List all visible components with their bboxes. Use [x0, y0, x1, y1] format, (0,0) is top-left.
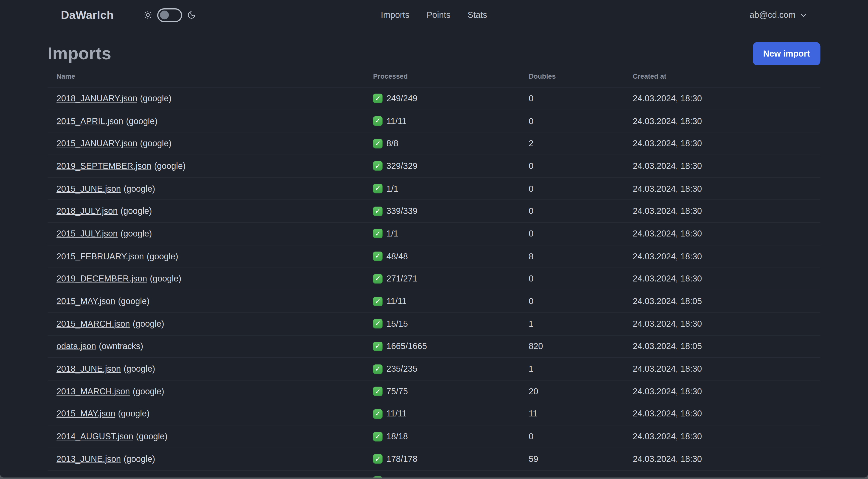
table-row: 2018_JUNE.json(google) ✓ 235/235 1 24.03…: [48, 358, 820, 381]
table-row: 2019_SEPTEMBER.json(google) ✓ 329/329 0 …: [48, 155, 820, 178]
name-cell: 2015_MARCH.json(google): [48, 319, 365, 329]
import-source: (google): [150, 274, 181, 283]
import-source: (google): [133, 387, 164, 396]
user-email: ab@cd.com: [749, 10, 796, 20]
main-content: Imports New import Name Processed Double…: [0, 42, 868, 478]
name-cell: 2015_JULY.json(google): [48, 229, 365, 239]
doubles-count: [520, 471, 624, 476]
doubles-count: 0: [520, 296, 624, 306]
name-cell: 2015_APRIL.json(google): [48, 116, 365, 126]
page-head: Imports New import: [48, 42, 820, 66]
name-cell: 2015_MAY.json(google): [48, 409, 365, 419]
import-file-link[interactable]: 2013_JUNE.json: [57, 454, 121, 463]
page-title: Imports: [48, 44, 112, 64]
import-file-link[interactable]: 2019_DECEMBER.json: [57, 274, 147, 283]
name-cell: 2018_JULY.json(google): [48, 206, 365, 216]
name-cell: 2015_JUNE.json(google): [48, 184, 365, 194]
import-source: (google): [133, 319, 164, 328]
created-at: 24.03.2024, 18:30: [624, 319, 820, 329]
created-at: 24.03.2024, 18:30: [624, 184, 820, 194]
processed-count: 8/8: [386, 139, 398, 149]
theme-toggle[interactable]: [144, 8, 196, 22]
created-at: 24.03.2024, 18:30: [624, 161, 820, 171]
processed-cell: ✓ 8/8: [364, 139, 520, 149]
created-at: 24.03.2024, 18:30: [624, 454, 820, 464]
doubles-count: 0: [520, 274, 624, 284]
processed-count: 11/11: [386, 116, 406, 126]
import-file-link[interactable]: 2019_SEPTEMBER.json: [57, 161, 151, 170]
column-header-doubles: Doubles: [520, 72, 624, 81]
import-file-link[interactable]: 2015_FEBRUARY.json: [57, 251, 144, 261]
table-row: 2014_AUGUST.json(google) ✓ 18/18 0 24.03…: [48, 425, 820, 448]
nav-imports[interactable]: Imports: [381, 10, 409, 20]
import-file-link[interactable]: 2015_JULY.json: [57, 229, 118, 238]
processed-count: 48/48: [386, 251, 408, 261]
table-row: odata.json(owntracks) ✓ 1665/1665 820 24…: [48, 335, 820, 358]
doubles-count: 820: [520, 341, 624, 352]
success-check-icon: ✓: [373, 319, 382, 328]
new-import-button[interactable]: New import: [753, 42, 820, 66]
processed-count: 15/15: [386, 319, 408, 329]
created-at: 24.03.2024, 18:05: [624, 341, 820, 352]
import-file-link[interactable]: 2013_MARCH.json: [57, 387, 130, 396]
import-file-link[interactable]: odata.json: [57, 341, 96, 351]
import-file-link[interactable]: 2015_MAY.json: [57, 409, 115, 418]
doubles-count: 0: [520, 93, 624, 103]
theme-toggle-switch[interactable]: [157, 8, 182, 22]
processed-cell: ✓: [364, 471, 520, 478]
processed-cell: ✓ 75/75: [364, 387, 520, 396]
name-cell: 2013_MARCH.json(google): [48, 387, 365, 396]
import-file-link[interactable]: 2018_JANUARY.json: [57, 93, 137, 103]
processed-count: 1/1: [386, 229, 398, 239]
processed-count: 18/18: [386, 431, 408, 442]
table-row: 2019_DECEMBER.json(google) ✓ 271/271 0 2…: [48, 268, 820, 291]
table-row: 2015_MAY.json(google) ✓ 11/11 0 24.03.20…: [48, 290, 820, 313]
import-file-link[interactable]: 2015_JUNE.json: [57, 184, 121, 193]
success-check-icon: ✓: [373, 94, 382, 103]
processed-cell: ✓ 11/11: [364, 116, 520, 126]
import-source: (owntracks): [99, 341, 143, 351]
processed-count: 339/339: [386, 206, 417, 216]
doubles-count: 1: [520, 364, 624, 374]
success-check-icon: ✓: [373, 139, 382, 148]
processed-count: 271/271: [386, 274, 417, 284]
processed-count: 1/1: [386, 184, 398, 194]
success-check-icon: ✓: [373, 274, 382, 283]
import-source: (google): [124, 364, 155, 373]
import-file-link[interactable]: 2018_JULY.json: [57, 206, 118, 216]
toggle-knob: [160, 10, 169, 19]
table-row: 2015_JULY.json(google) ✓ 1/1 0 24.03.202…: [48, 223, 820, 245]
name-cell: 2018_JANUARY.json(google): [48, 93, 365, 103]
doubles-count: 0: [520, 431, 624, 442]
import-source: (google): [124, 454, 155, 463]
import-file-link[interactable]: 2015_MARCH.json: [57, 319, 130, 328]
screen: DaWarIch: [0, 0, 868, 479]
user-menu[interactable]: ab@cd.com: [749, 10, 807, 20]
nav-points[interactable]: Points: [427, 10, 451, 20]
created-at: 24.03.2024, 18:30: [624, 364, 820, 374]
import-file-link[interactable]: 2015_JANUARY.json: [57, 139, 137, 148]
navbar-right: ab@cd.com: [749, 10, 807, 20]
success-check-icon: ✓: [373, 161, 382, 171]
name-cell: 2019_DECEMBER.json(google): [48, 274, 365, 284]
processed-count: 235/235: [386, 364, 417, 374]
import-file-link[interactable]: 2015_MAY.json: [57, 296, 115, 306]
import-source: (google): [140, 139, 171, 148]
processed-cell: ✓ 11/11: [364, 296, 520, 306]
navbar: DaWarIch: [0, 0, 868, 30]
import-source: (google): [140, 93, 171, 103]
import-file-link[interactable]: 2015_APRIL.json: [57, 116, 123, 125]
created-at: 24.03.2024, 18:05: [624, 296, 820, 306]
nav-stats[interactable]: Stats: [468, 10, 487, 20]
import-file-link[interactable]: 2014_AUGUST.json: [57, 431, 133, 441]
import-file-link[interactable]: 2018_JUNE.json: [57, 364, 121, 373]
created-at: 24.03.2024, 18:30: [624, 274, 820, 284]
processed-cell: ✓ 1665/1665: [364, 341, 520, 352]
success-check-icon: ✓: [373, 229, 382, 238]
import-source: (google): [136, 431, 167, 441]
imports-table: Name Processed Doubles Created at 2018_J…: [48, 66, 820, 478]
doubles-count: 0: [520, 116, 624, 126]
success-check-icon: ✓: [373, 297, 382, 306]
app-logo[interactable]: DaWarIch: [61, 8, 114, 22]
table-row: ✓: [48, 471, 820, 478]
